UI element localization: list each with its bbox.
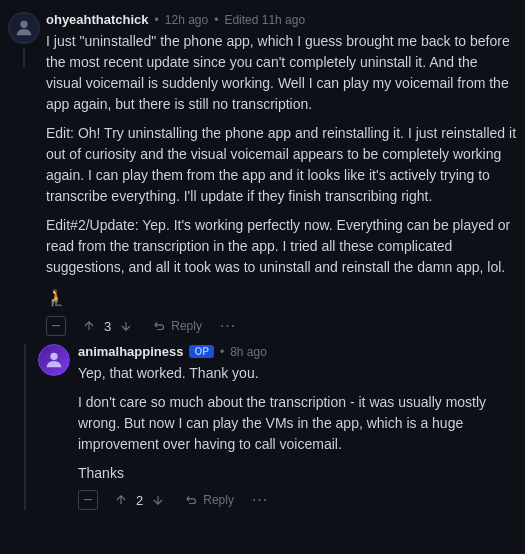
upvote-button-1[interactable] [78,317,100,335]
edit-time: • [214,13,218,27]
thread-line [23,48,25,68]
reply-button-1[interactable]: Reply [149,317,206,335]
svg-point-1 [50,353,57,360]
downvote-icon-2 [151,493,165,507]
comment-header: ohyeahthatchick • 12h ago • Edited 11h a… [46,12,517,27]
comment-text: I just "uninstalled" the phone app, whic… [46,31,517,310]
downvote-button-1[interactable] [115,317,137,335]
reply-label-2: Reply [203,493,234,507]
collapse-button-1[interactable]: − [46,316,66,336]
vote-group-2: 2 [110,491,169,509]
svg-point-0 [20,21,27,28]
avatar [8,12,40,44]
op-badge: OP [189,345,213,358]
vote-count-1: 3 [104,319,111,334]
reply-button-2[interactable]: Reply [181,491,238,509]
more-options-button-2[interactable]: ··· [250,491,270,509]
reply-comment: animalhappiness OP • 8h ago Yep, that wo… [38,344,517,510]
collapse-button-2[interactable]: − [78,490,98,510]
reply-username: animalhappiness [78,344,183,359]
left-col [8,12,40,68]
reply-comment-wrapper: animalhappiness OP • 8h ago Yep, that wo… [24,344,517,510]
reply-time: 8h ago [230,345,267,359]
edited-label: Edited 11h ago [224,13,305,27]
upvote-icon [82,319,96,333]
downvote-icon [119,319,133,333]
comment-thread: ohyeahthatchick • 12h ago • Edited 11h a… [0,0,525,530]
emoji: 🧎 [46,289,66,306]
timestamp: • [155,13,159,27]
main-comment-content: ohyeahthatchick • 12h ago • Edited 11h a… [46,12,517,336]
upvote-icon-2 [114,493,128,507]
reply-comment-content: animalhappiness OP • 8h ago Yep, that wo… [78,344,517,510]
reply-text: Yep, that worked. Thank you. I don't car… [78,363,517,484]
reply-paragraph-1: Yep, that worked. Thank you. [78,363,517,384]
vote-count-2: 2 [136,493,143,508]
reply-avatar [38,344,70,376]
comment-actions-1: − 3 [46,316,517,336]
downvote-button-2[interactable] [147,491,169,509]
vote-group-1: 3 [78,317,137,335]
reply-paragraph-2: I don't care so much about the transcrip… [78,392,517,455]
reply-dot: • [220,345,224,359]
reply-label-1: Reply [171,319,202,333]
upvote-button-2[interactable] [110,491,132,509]
user-avatar-icon [13,17,35,39]
reply-comment-actions: − 2 [78,490,517,510]
comment-time: 12h ago [165,13,208,27]
reply-comment-header: animalhappiness OP • 8h ago [78,344,517,359]
reply-paragraph-3: Thanks [78,463,517,484]
username: ohyeahthatchick [46,12,149,27]
paragraph-3: Edit#2/Update: Yep. It's working perfect… [46,215,517,278]
reply-icon-1 [153,319,167,333]
reply-avatar-icon [43,349,65,371]
main-comment-wrapper: ohyeahthatchick • 12h ago • Edited 11h a… [8,12,517,336]
more-options-button-1[interactable]: ··· [218,317,238,335]
paragraph-1: I just "uninstalled" the phone app, whic… [46,31,517,115]
reply-icon-2 [185,493,199,507]
paragraph-2: Edit: Oh! Try uninstalling the phone app… [46,123,517,207]
